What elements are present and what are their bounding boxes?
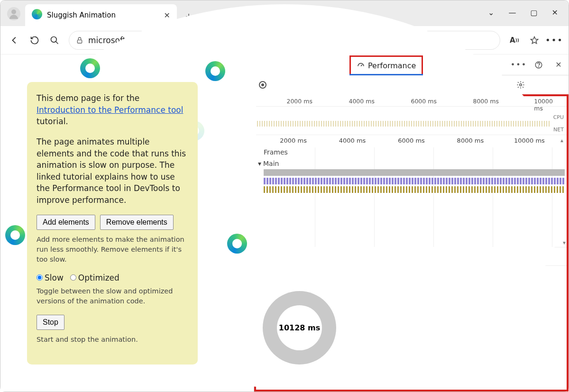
tick: 10000 ms (514, 137, 545, 144)
maximize-icon[interactable]: ▢ (530, 8, 537, 17)
donut-center-label: 10128 ms (279, 323, 320, 332)
reload-button[interactable] (29, 35, 40, 46)
svg-point-10 (520, 83, 522, 86)
favorite-icon[interactable] (529, 35, 540, 46)
hint-elements: Add more elements to make the animation … (37, 235, 188, 264)
add-elements-button[interactable]: Add elements (37, 215, 95, 230)
edge-icon (32, 9, 42, 21)
tick: 6000 ms (398, 137, 425, 144)
browser-tab[interactable]: Sluggish Animation ✕ (25, 4, 177, 26)
more-tools-icon[interactable]: ••• (512, 58, 526, 72)
detail-axis: 2000 ms 4000 ms 6000 ms 8000 ms 10000 ms… (256, 135, 567, 147)
tick: 8000 ms (473, 98, 498, 105)
tick: 4000 ms (339, 137, 366, 144)
more-icon[interactable]: ••• (549, 35, 560, 46)
overview-strip[interactable]: CPU NET (256, 107, 567, 135)
radio-optimized[interactable]: Optimized (70, 273, 119, 283)
edge-logo-icon (205, 61, 225, 81)
tab-performance-label: Performance (368, 61, 416, 70)
flame-chart[interactable] (264, 169, 565, 200)
summary-donut: 10128 ms (263, 291, 336, 365)
intro-link[interactable]: Introduction to the Performance tool (37, 105, 183, 115)
profile-avatar[interactable] (7, 7, 20, 20)
lock-icon (76, 36, 83, 44)
tick: 2000 ms (280, 137, 307, 144)
svg-rect-1 (77, 40, 82, 43)
timeline-body[interactable]: Frames ▾ Main ▾ (256, 147, 567, 247)
search-icon[interactable] (49, 35, 60, 46)
read-aloud-icon[interactable]: A)) (509, 35, 520, 46)
svg-point-0 (51, 36, 57, 42)
demo-card: This demo page is for the Introduction t… (27, 82, 198, 365)
close-window-icon[interactable]: ✕ (552, 8, 558, 17)
intro-paragraph: This demo page is for the Introduction t… (37, 92, 188, 128)
close-tab-icon[interactable]: ✕ (164, 11, 170, 20)
page-viewport: This demo page is for the Introduction t… (0, 55, 254, 392)
radio-slow-label: Slow (45, 273, 64, 283)
overview-axis: 2000 ms 4000 ms 6000 ms 8000 ms 10000 ms (256, 96, 567, 107)
tick: 4000 ms (349, 98, 374, 105)
record-button[interactable] (259, 81, 266, 89)
intro-text-post: tutorial. (37, 117, 68, 126)
radio-slow[interactable]: Slow (37, 273, 64, 283)
radio-optimized-label: Optimized (78, 273, 119, 283)
intro-text-pre: This demo page is for the (37, 93, 139, 103)
net-label: NET (553, 127, 564, 133)
tick: 8000 ms (457, 137, 484, 144)
tab-title: Sluggish Animation (47, 11, 116, 19)
edge-logo-icon (227, 234, 247, 254)
stop-button[interactable]: Stop (37, 315, 64, 330)
edge-logo-icon (5, 225, 25, 245)
cpu-label: CPU (553, 114, 564, 120)
settings-icon[interactable] (516, 81, 525, 89)
hint-toggle: Toggle between the slow and optimized ve… (37, 286, 188, 306)
svg-point-7 (539, 66, 539, 67)
close-devtools-icon[interactable]: ✕ (551, 58, 566, 72)
hint-stop: Start and stop the animation. (37, 335, 188, 345)
description-paragraph: The page animates multiple elements and … (37, 136, 188, 206)
remove-elements-button[interactable]: Remove elements (100, 215, 174, 230)
edge-logo-icon (80, 58, 100, 78)
tab-performance[interactable]: Performance (349, 55, 423, 74)
chevron-down-icon[interactable]: ⌄ (488, 8, 494, 17)
back-button[interactable] (9, 35, 20, 46)
help-icon[interactable] (532, 58, 546, 72)
browser-titlebar: Sluggish Animation ✕ ＋ ⌄ — ▢ ✕ (0, 0, 569, 26)
tick: 6000 ms (411, 98, 436, 105)
tick: 2000 ms (286, 98, 312, 105)
minimize-icon[interactable]: — (508, 8, 516, 17)
